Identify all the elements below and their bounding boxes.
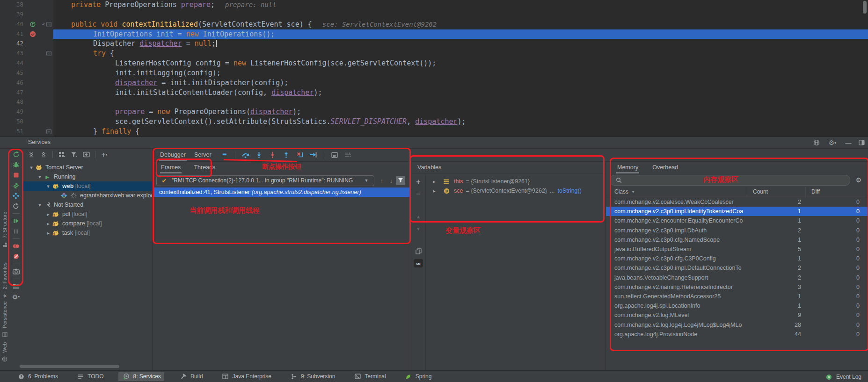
gutter[interactable]: ✓ (26, 20, 45, 29)
web-preview-icon[interactable] (812, 138, 821, 147)
code-line-38[interactable]: 38private PrepareOperations prepare;prep… (0, 0, 868, 10)
memory-table-row[interactable]: com.mchange.v2.c3p0.impl.IdentityTokeniz… (606, 207, 868, 216)
code-line-46[interactable]: 46dispatcher = init.initDispatcher(confi… (0, 78, 868, 88)
filter-icon[interactable] (69, 150, 79, 159)
tree-item-web[interactable]: ▾web [local] (22, 181, 152, 191)
fold-region[interactable] (45, 29, 53, 39)
gutter[interactable] (26, 88, 45, 98)
settings-gear-icon[interactable]: ⚙▾ (11, 292, 21, 301)
hide-panel-icon[interactable]: — (844, 138, 853, 147)
tab-threads[interactable]: Threads (193, 161, 216, 173)
code-text[interactable]: ListenerHostConfig config = new Listener… (53, 58, 868, 68)
memory-table-row[interactable]: com.mchange.v2.log.log4j.Log4jMLog$Log4j… (606, 320, 868, 329)
code-text[interactable]: public void contextInitialized(ServletCo… (53, 20, 868, 29)
memory-table-row[interactable]: sun.reflect.GeneratedMethodAccessor2510 (606, 292, 868, 301)
statusbar-item-subversion[interactable]: 9: Subversion (286, 372, 338, 381)
tool-stripe--favorites[interactable]: ★2: Favorites (0, 260, 9, 303)
code-line-43[interactable]: 43−try { (0, 49, 868, 58)
memory-table-row[interactable]: com.mchange.v2.coalesce.WeakCcCoalescer2… (606, 197, 868, 207)
tab-server[interactable]: Server (193, 148, 212, 161)
layout-settings-icon[interactable] (343, 151, 353, 159)
tree-horizontal-scrollbar[interactable] (20, 365, 119, 368)
code-text[interactable]: init.initLogging(config); (53, 68, 868, 78)
fold-region[interactable]: − (45, 20, 53, 29)
run-to-cursor-icon[interactable] (309, 151, 318, 159)
breakpoint-icon[interactable] (28, 30, 37, 38)
gutter[interactable] (26, 78, 45, 88)
var-chevron-icon[interactable]: ▸ (430, 187, 439, 195)
memory-table-row[interactable]: java.beans.VetoableChangeSupport20 (606, 273, 868, 282)
resume-icon[interactable] (11, 216, 21, 225)
var-chevron-icon[interactable]: ▸ (430, 177, 439, 186)
fold-region[interactable]: − (45, 49, 53, 58)
variable-row-this[interactable]: ▸this= {StrutsListener@9261} (426, 177, 605, 186)
memory-table-row[interactable]: com.mchange.v2.c3p0.impl.DefaultConnecti… (606, 263, 868, 273)
code-line-45[interactable]: 45init.initLogging(config); (0, 68, 868, 78)
memory-table-row[interactable]: com.mchange.v2.encounter.EqualityEncount… (606, 216, 868, 225)
refresh-icon[interactable] (11, 202, 21, 210)
code-text[interactable]: dispatcher = init.initDispatcher(config)… (53, 78, 868, 88)
code-line-39[interactable]: 39 (0, 10, 868, 20)
tool-stripe-web[interactable]: Web (0, 332, 9, 375)
code-line-51[interactable]: 51−} finally { (0, 127, 868, 137)
statusbar-item-java-enterprise[interactable]: Java Enterprise (218, 372, 275, 381)
fold-region[interactable] (45, 0, 53, 10)
fold-region[interactable] (45, 117, 53, 127)
tree-item-compare[interactable]: ▸compare [local] (22, 219, 152, 228)
tree-item-task[interactable]: ▸task [local] (22, 228, 152, 238)
code-text[interactable]: sce.getServletContext().setAttribute(Str… (53, 117, 868, 127)
gutter[interactable] (26, 29, 45, 39)
rerun-debug-icon[interactable] (11, 160, 21, 169)
code-text[interactable]: InitOperations init = new InitOperations… (53, 29, 868, 39)
fold-region[interactable] (45, 58, 53, 68)
deploy-all-icon[interactable] (11, 191, 21, 200)
stop-icon[interactable] (11, 171, 21, 180)
gutter[interactable] (26, 0, 45, 10)
memory-table-header[interactable]: Class▼ Count Diff (606, 187, 868, 197)
statusbar-item-spring[interactable]: Spring (401, 372, 435, 381)
duplicate-icon[interactable] (414, 247, 423, 255)
frame-up-icon[interactable]: ↑ (377, 177, 387, 185)
memory-table-row[interactable]: org.apache.log4j.spi.LocationInfo10 (606, 301, 868, 310)
fold-region[interactable] (45, 107, 53, 117)
statusbar-item-services[interactable]: 8: Services (118, 372, 164, 381)
fold-region[interactable]: − (45, 127, 53, 137)
code-text[interactable]: init.initStaticContentLoader(config, dis… (53, 88, 868, 98)
stack-frame-row[interactable]: contextInitialized:41, StrutsListener (o… (153, 187, 411, 197)
editor-scrollbar[interactable] (863, 1, 867, 14)
tab-frames[interactable]: Frames (160, 161, 182, 173)
fold-region[interactable] (45, 78, 53, 88)
code-text[interactable]: } finally { (53, 127, 868, 137)
layout-icon[interactable] (11, 282, 21, 291)
code-text[interactable]: try { (53, 49, 868, 58)
panel-settings-icon[interactable]: ⚙▾ (828, 138, 837, 147)
memory-table-row[interactable]: com.mchange.v2.c3p0.cfg.NamedScope10 (606, 235, 868, 245)
evaluate-icon[interactable] (330, 151, 339, 159)
rerun-icon[interactable] (11, 150, 21, 159)
tab-overhead[interactable]: Overhead (651, 161, 679, 173)
frame-down-icon[interactable]: ↓ (387, 177, 396, 185)
event-log-button[interactable]: Event Log (824, 373, 861, 381)
gutter[interactable] (26, 68, 45, 78)
code-line-41[interactable]: 41InitOperations init = new InitOperatio… (0, 29, 868, 39)
collapse-all-icon[interactable] (39, 150, 48, 159)
statusbar-item-todo[interactable]: TODO (73, 372, 107, 381)
add-icon[interactable]: +▾ (100, 150, 109, 159)
memory-settings-icon[interactable]: ⚙ (854, 176, 863, 184)
fold-region[interactable] (45, 88, 53, 98)
step-into-icon[interactable] (255, 151, 264, 159)
step-over-icon[interactable] (241, 151, 250, 159)
step-out-icon[interactable] (282, 151, 291, 159)
column-diff[interactable]: Diff (806, 188, 868, 195)
gutter[interactable] (26, 10, 45, 20)
column-count[interactable]: Count (747, 187, 806, 197)
code-line-47[interactable]: 47init.initStaticContentLoader(config, d… (0, 88, 868, 98)
code-text[interactable]: private PrepareOperations prepare;prepar… (53, 0, 868, 10)
code-editor[interactable]: 38private PrepareOperations prepare;prep… (0, 0, 868, 137)
force-step-into-icon[interactable] (268, 151, 277, 159)
code-line-44[interactable]: 44ListenerHostConfig config = new Listen… (0, 58, 868, 68)
fold-region[interactable] (45, 10, 53, 20)
fold-region[interactable] (45, 68, 53, 78)
code-line-48[interactable]: 48 (0, 97, 868, 107)
gutter[interactable] (26, 97, 45, 107)
